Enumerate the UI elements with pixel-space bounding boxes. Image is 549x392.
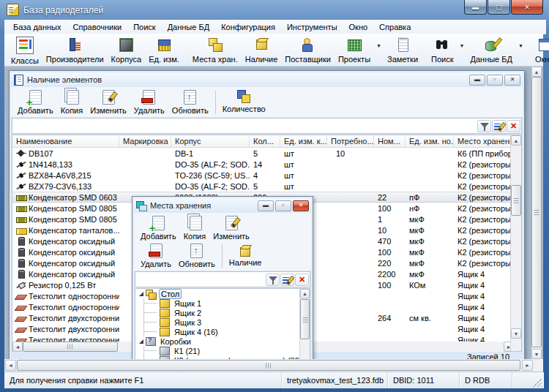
- column-header[interactable]: Ном...: [374, 135, 406, 147]
- toolbar-button[interactable]: Изменить: [209, 215, 253, 241]
- toolbar-button[interactable]: Обновить: [168, 89, 212, 116]
- mdi-hscrollbar[interactable]: ◄ ►: [4, 359, 543, 372]
- scroll-up-icon[interactable]: ▲: [511, 135, 521, 146]
- toolbar-button[interactable]: Наличие: [242, 36, 282, 64]
- column-header[interactable]: Место хранения: [454, 135, 514, 147]
- scroll-left-icon[interactable]: ◄: [5, 360, 16, 371]
- tree-item-label[interactable]: Ящик 2: [173, 309, 203, 317]
- toolbar-button[interactable]: Изменить: [86, 89, 130, 116]
- tree-item[interactable]: Ящик 4 (16): [135, 327, 310, 336]
- tree-item-label[interactable]: Ящик 3: [173, 318, 203, 327]
- toolbar-button[interactable]: Копия: [180, 215, 210, 241]
- tree-expand-icon[interactable]: [139, 292, 143, 296]
- table-row[interactable]: BZX79-C3V6,133DO-35 (ALF-2; SOD...5штК2 …: [12, 181, 514, 192]
- toolbar-button[interactable]: Ед. изм.: [145, 36, 183, 64]
- menu-item-4[interactable]: Конфигурация: [215, 21, 281, 33]
- menu-item-7[interactable]: Справка: [373, 21, 417, 33]
- menu-item-2[interactable]: Поиск: [127, 21, 161, 33]
- toolbar-button[interactable]: Классы: [7, 36, 42, 66]
- table-vscrollbar[interactable]: ▲ ▼: [510, 135, 521, 351]
- vscroll-thumb[interactable]: [531, 77, 542, 347]
- child-restore-button[interactable]: ▫: [487, 75, 503, 86]
- clear-filter-icon[interactable]: ✕: [295, 274, 309, 286]
- tree-item-label[interactable]: Коробки: [159, 337, 193, 346]
- child-close-button[interactable]: ✕: [293, 200, 309, 211]
- dropdown-arrow-icon[interactable]: ▼: [374, 43, 384, 48]
- toolbar-button[interactable]: Корпуса: [108, 36, 146, 64]
- menu-item-5[interactable]: Инструменты: [281, 21, 343, 33]
- vscroll-thumb[interactable]: [511, 185, 521, 216]
- hscroll-thumb[interactable]: [23, 342, 118, 352]
- menu-item-1[interactable]: Справочники: [67, 21, 128, 33]
- scroll-down-icon[interactable]: ▼: [511, 328, 521, 339]
- column-header[interactable]: Ед. изм. к...: [280, 135, 327, 147]
- table-row[interactable]: BZX84-A6V8,215TO-236 (SC-59; US...4штК2 …: [12, 170, 514, 181]
- toolbar-button[interactable]: Добавить: [137, 215, 180, 241]
- filter-edit-icon[interactable]: [280, 274, 294, 286]
- filter-edit-icon[interactable]: [492, 120, 506, 132]
- toolbar-button[interactable]: Данные БД ▼: [466, 36, 525, 64]
- clear-filter-icon[interactable]: ✕: [507, 120, 520, 132]
- toolbar-button[interactable]: Поиск ▼: [427, 36, 466, 64]
- child-minimize-button[interactable]: ▬: [469, 75, 485, 86]
- toolbar-button[interactable]: Обновить: [175, 243, 219, 269]
- dropdown-arrow-icon[interactable]: ▼: [458, 43, 467, 48]
- column-header[interactable]: Наименование: [12, 135, 119, 147]
- tree-item[interactable]: Стол: [135, 289, 310, 298]
- column-header[interactable]: Корпус: [171, 135, 250, 147]
- child-minimize-button[interactable]: ▬: [258, 200, 274, 211]
- scroll-up-icon[interactable]: ▲: [531, 67, 542, 77]
- child-close-button[interactable]: ✕: [504, 75, 520, 86]
- toolbar-button[interactable]: Количество: [219, 89, 269, 114]
- availability-titlebar[interactable]: Наличие элементов ▬ ▫ ✕: [11, 72, 523, 87]
- minimize-button[interactable]: ▬: [464, 0, 487, 15]
- tree-item-label[interactable]: Стол: [159, 289, 182, 299]
- storage-filter-row[interactable]: ✕: [135, 271, 310, 287]
- table-row[interactable]: DB107DB-15шт10К6 (ПП приборы, р.: [12, 148, 514, 159]
- scroll-up-icon[interactable]: ▲: [300, 289, 310, 298]
- tree-item[interactable]: Ящик 2: [135, 308, 310, 317]
- tree-item-label[interactable]: Ящик 1: [173, 299, 203, 308]
- tree-item-label[interactable]: Ящик 4 (16): [173, 328, 220, 336]
- availability-filter-row[interactable]: ✕: [12, 118, 522, 134]
- table-row[interactable]: 1N4148,133DO-35 (ALF-2; SOD...14штК2 (ре…: [12, 159, 514, 170]
- column-header[interactable]: Кол...: [250, 135, 280, 147]
- toolbar-button[interactable]: Копия: [57, 89, 87, 116]
- tree-expand-icon[interactable]: [139, 339, 143, 344]
- tree-item[interactable]: Ящик 1: [135, 298, 310, 308]
- toolbar-button[interactable]: Добавить: [14, 89, 57, 116]
- storage-titlebar[interactable]: Места хранения ▬ ▫ ✕: [134, 198, 311, 213]
- menu-item-3[interactable]: Данные БД: [162, 21, 215, 33]
- child-restore-button[interactable]: ▫: [275, 200, 291, 211]
- scroll-right-icon[interactable]: ►: [522, 360, 533, 371]
- filter-icon[interactable]: [477, 120, 491, 132]
- toolbar-button[interactable]: Наличие: [225, 243, 266, 268]
- tree-item[interactable]: ?Коробки: [135, 336, 310, 346]
- toolbar-button[interactable]: Окно ▼: [531, 36, 549, 64]
- tree-item[interactable]: К1 (21): [135, 346, 310, 355]
- menu-item-6[interactable]: Окно: [343, 21, 374, 33]
- tree-item-label[interactable]: К1 (21): [173, 347, 201, 355]
- dropdown-arrow-icon[interactable]: ▼: [516, 43, 526, 48]
- column-header[interactable]: Потребно...: [327, 135, 374, 147]
- column-header[interactable]: Маркировка: [119, 135, 171, 147]
- scroll-down-icon[interactable]: ▼: [531, 349, 542, 359]
- toolbar-button[interactable]: Заметки: [384, 36, 422, 64]
- toolbar-button[interactable]: Удалить: [130, 89, 168, 116]
- mdi-vscrollbar[interactable]: ▲ ▼: [531, 67, 542, 359]
- menu-item-0[interactable]: База данных: [7, 21, 67, 33]
- resize-grip[interactable]: [533, 378, 542, 387]
- column-header[interactable]: Ед. изм. но...: [406, 135, 454, 147]
- tree-item[interactable]: Ящик 3: [135, 317, 310, 327]
- maximize-button[interactable]: ▢: [488, 0, 510, 15]
- toolbar-button[interactable]: Места хран.: [189, 36, 242, 64]
- vscroll-thumb[interactable]: [300, 299, 310, 339]
- table-header[interactable]: НаименованиеМаркировкаКорпусКол...Ед. из…: [12, 135, 514, 148]
- scroll-left-icon[interactable]: ◄: [12, 342, 23, 352]
- toolbar-button[interactable]: Удалить: [137, 243, 175, 269]
- toolbar-button[interactable]: Проекты ▼: [335, 36, 384, 64]
- close-button[interactable]: ✕: [511, 0, 543, 15]
- hscroll-thumb[interactable]: [17, 360, 520, 371]
- toolbar-button[interactable]: Производители: [42, 36, 108, 64]
- toolbar-button[interactable]: Поставщики: [281, 36, 335, 64]
